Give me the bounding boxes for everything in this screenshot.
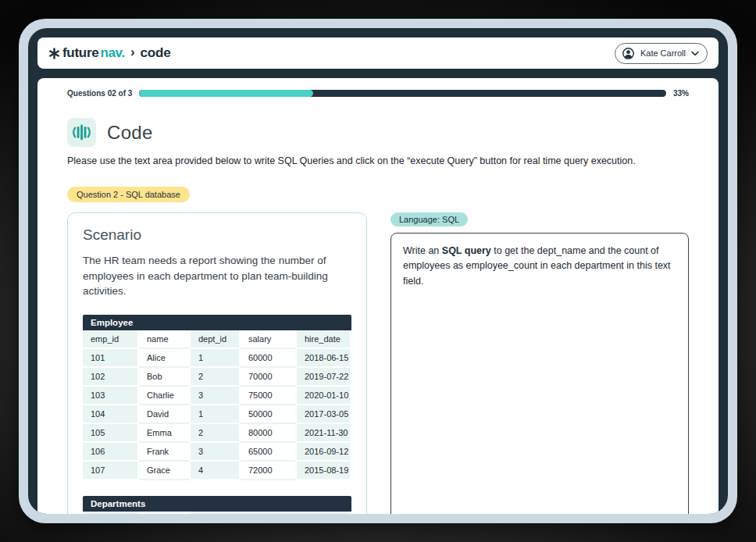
scenario-column: Scenario The HR team needs a report show… (67, 212, 367, 514)
table-cell: dept_id (83, 512, 139, 514)
page-header: Code (67, 118, 689, 147)
prompt-prefix: Write an (403, 245, 442, 256)
table-cell: 75000 (241, 387, 297, 405)
instruction-text: Please use the text area provided below … (67, 155, 689, 166)
user-menu-button[interactable]: Kate Carroll (615, 43, 708, 64)
table-cell: 72000 (241, 462, 297, 480)
breadcrumb-app-name: code (141, 45, 171, 61)
brand-logo[interactable]: future nav. › code (48, 45, 171, 62)
table-cell: salary (241, 330, 297, 349)
table-row: 106Frank3650002016-09-12 (83, 443, 351, 462)
table-cell: 2016-09-12 (297, 443, 351, 462)
table-cell (191, 512, 351, 514)
scenario-card: Scenario The HR team needs a report show… (67, 212, 367, 514)
table-row: 103Charlie3750002020-01-10 (83, 387, 351, 405)
top-bar: future nav. › code Kate Carroll (37, 37, 719, 69)
progress-bar (139, 90, 666, 97)
table-row: 102Bob2700002019-07-22 (83, 368, 351, 387)
table-cell: 2015-08-19 (297, 462, 351, 480)
table-cell: Alice (139, 349, 191, 368)
table-cell: hire_date (297, 330, 351, 349)
two-column-layout: Scenario The HR team needs a report show… (67, 212, 689, 514)
table-cell: 105 (83, 424, 139, 443)
table-cell: 2017-03-05 (297, 405, 351, 424)
employee-table-title: Employee (83, 315, 351, 330)
table-cell: 50000 (241, 405, 297, 424)
table-cell: 2020-01-10 (297, 387, 351, 405)
table-header-row: dept_iddept_name (83, 512, 351, 514)
progress-label: Questions 02 of 3 (67, 89, 132, 98)
user-avatar-icon (622, 47, 635, 60)
table-cell: 4 (191, 462, 241, 480)
table-cell: 104 (83, 405, 139, 424)
table-cell: Frank (139, 443, 191, 462)
code-section-icon (67, 118, 96, 147)
table-cell: 2019-07-22 (297, 368, 351, 387)
table-cell: 2018-06-15 (297, 349, 351, 368)
page-title: Code (107, 122, 153, 144)
table-row: 101Alice1600002018-06-15 (83, 349, 351, 368)
table-cell: dept_name (139, 512, 191, 514)
table-cell: 1 (191, 405, 241, 424)
table-cell: David (139, 405, 191, 424)
sql-query-textarea[interactable]: Write an SQL query to get the dept_name … (390, 233, 689, 514)
table-cell: 107 (83, 462, 139, 480)
table-cell: 1 (191, 349, 241, 368)
table-cell: 106 (83, 443, 139, 462)
scenario-title: Scenario (83, 226, 351, 244)
table-cell: 2 (191, 424, 241, 443)
table-row: 104David1500002017-03-05 (83, 405, 351, 424)
departments-table-block: Departments dept_iddept_name1HR (83, 496, 351, 514)
table-cell: 102 (83, 368, 139, 387)
employee-table: emp_idnamedept_idsalaryhire_date101Alice… (83, 330, 351, 480)
table-cell: 101 (83, 349, 139, 368)
question-badge: Question 2 - SQL database (67, 187, 190, 202)
table-cell: 80000 (241, 424, 297, 443)
employee-table-block: Employee emp_idnamedept_idsalaryhire_dat… (83, 315, 351, 480)
table-cell: 65000 (241, 443, 297, 462)
table-cell: Bob (139, 368, 191, 387)
table-cell: Grace (139, 462, 191, 480)
table-cell: name (139, 330, 191, 349)
table-cell: 70000 (241, 368, 297, 387)
table-row: 107Grace4720002015-08-19 (83, 462, 351, 480)
editor-column: Language: SQL Write an SQL query to get … (390, 212, 689, 514)
user-name: Kate Carroll (640, 48, 686, 58)
table-cell: emp_id (83, 330, 139, 349)
asterisk-logo-icon (48, 48, 60, 59)
table-cell: Charlie (139, 387, 191, 405)
language-badge: Language: SQL (390, 212, 468, 226)
table-cell: 3 (191, 443, 241, 462)
progress-section: Questions 02 of 3 33% (67, 89, 689, 98)
scenario-description: The HR team needs a report showing the n… (83, 253, 351, 299)
table-header-row: emp_idnamedept_idsalaryhire_date (83, 330, 351, 349)
table-cell: 103 (83, 387, 139, 405)
table-cell: 2 (191, 368, 241, 387)
brand-name-secondary: nav. (100, 45, 125, 61)
table-cell: 3 (191, 387, 241, 405)
progress-fill (139, 90, 313, 97)
device-frame: future nav. › code Kate Carroll (19, 19, 737, 523)
departments-table: dept_iddept_name1HR (83, 512, 351, 514)
main-content: Questions 02 of 3 33% (37, 78, 719, 514)
departments-table-title: Departments (83, 496, 351, 512)
progress-percent: 33% (673, 89, 689, 98)
table-cell: Emma (139, 424, 191, 443)
table-row: 105Emma2800002021-11-30 (83, 424, 351, 443)
table-cell: dept_id (191, 330, 241, 349)
app-window: future nav. › code Kate Carroll (28, 28, 728, 514)
breadcrumb-chevron: › (130, 45, 135, 60)
chevron-down-icon (691, 51, 699, 56)
prompt-bold: SQL query (442, 245, 491, 256)
brand-name-primary: future (62, 45, 98, 61)
table-cell: 60000 (241, 349, 297, 368)
table-cell: 2021-11-30 (297, 424, 351, 443)
